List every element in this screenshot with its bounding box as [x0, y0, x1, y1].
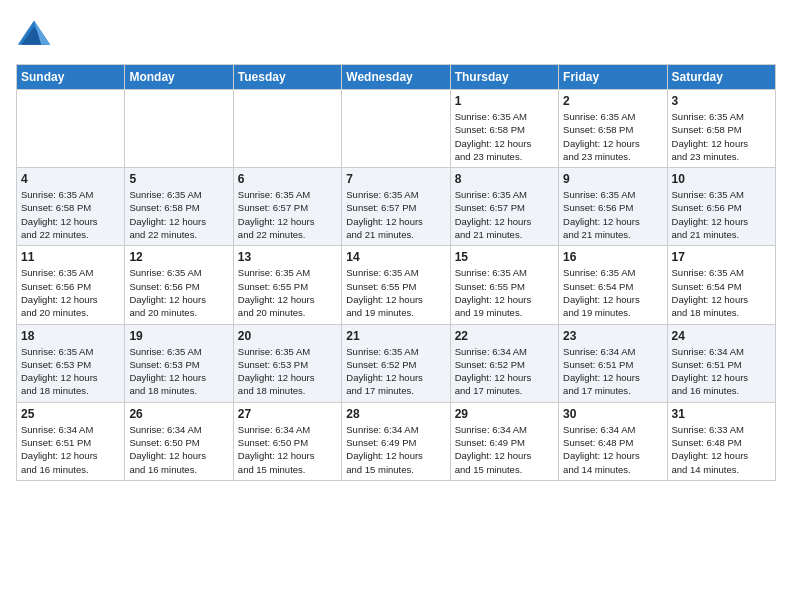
logo — [16, 16, 56, 52]
calendar-cell: 9Sunrise: 6:35 AM Sunset: 6:56 PM Daylig… — [559, 168, 667, 246]
week-row-2: 4Sunrise: 6:35 AM Sunset: 6:58 PM Daylig… — [17, 168, 776, 246]
day-info: Sunrise: 6:34 AM Sunset: 6:48 PM Dayligh… — [563, 423, 662, 476]
day-info: Sunrise: 6:35 AM Sunset: 6:58 PM Dayligh… — [563, 110, 662, 163]
day-number: 17 — [672, 250, 771, 264]
day-info: Sunrise: 6:35 AM Sunset: 6:57 PM Dayligh… — [346, 188, 445, 241]
calendar-cell: 25Sunrise: 6:34 AM Sunset: 6:51 PM Dayli… — [17, 402, 125, 480]
day-number: 3 — [672, 94, 771, 108]
day-number: 6 — [238, 172, 337, 186]
calendar-cell: 16Sunrise: 6:35 AM Sunset: 6:54 PM Dayli… — [559, 246, 667, 324]
day-number: 7 — [346, 172, 445, 186]
day-info: Sunrise: 6:35 AM Sunset: 6:54 PM Dayligh… — [563, 266, 662, 319]
day-info: Sunrise: 6:35 AM Sunset: 6:56 PM Dayligh… — [672, 188, 771, 241]
day-number: 19 — [129, 329, 228, 343]
calendar-cell: 6Sunrise: 6:35 AM Sunset: 6:57 PM Daylig… — [233, 168, 341, 246]
day-number: 1 — [455, 94, 554, 108]
day-header-wednesday: Wednesday — [342, 65, 450, 90]
week-row-1: 1Sunrise: 6:35 AM Sunset: 6:58 PM Daylig… — [17, 90, 776, 168]
calendar-cell: 29Sunrise: 6:34 AM Sunset: 6:49 PM Dayli… — [450, 402, 558, 480]
day-info: Sunrise: 6:35 AM Sunset: 6:53 PM Dayligh… — [129, 345, 228, 398]
day-number: 10 — [672, 172, 771, 186]
day-info: Sunrise: 6:35 AM Sunset: 6:52 PM Dayligh… — [346, 345, 445, 398]
day-number: 5 — [129, 172, 228, 186]
calendar-cell — [17, 90, 125, 168]
day-header-thursday: Thursday — [450, 65, 558, 90]
day-info: Sunrise: 6:34 AM Sunset: 6:50 PM Dayligh… — [238, 423, 337, 476]
day-header-tuesday: Tuesday — [233, 65, 341, 90]
calendar-table: SundayMondayTuesdayWednesdayThursdayFrid… — [16, 64, 776, 481]
day-info: Sunrise: 6:35 AM Sunset: 6:58 PM Dayligh… — [21, 188, 120, 241]
day-number: 22 — [455, 329, 554, 343]
calendar-cell: 13Sunrise: 6:35 AM Sunset: 6:55 PM Dayli… — [233, 246, 341, 324]
day-info: Sunrise: 6:34 AM Sunset: 6:51 PM Dayligh… — [672, 345, 771, 398]
calendar-cell: 19Sunrise: 6:35 AM Sunset: 6:53 PM Dayli… — [125, 324, 233, 402]
calendar-cell: 3Sunrise: 6:35 AM Sunset: 6:58 PM Daylig… — [667, 90, 775, 168]
day-header-monday: Monday — [125, 65, 233, 90]
day-info: Sunrise: 6:35 AM Sunset: 6:58 PM Dayligh… — [455, 110, 554, 163]
day-number: 28 — [346, 407, 445, 421]
day-number: 14 — [346, 250, 445, 264]
calendar-cell — [233, 90, 341, 168]
calendar-cell: 30Sunrise: 6:34 AM Sunset: 6:48 PM Dayli… — [559, 402, 667, 480]
day-number: 13 — [238, 250, 337, 264]
day-number: 30 — [563, 407, 662, 421]
day-info: Sunrise: 6:35 AM Sunset: 6:58 PM Dayligh… — [129, 188, 228, 241]
day-info: Sunrise: 6:35 AM Sunset: 6:56 PM Dayligh… — [563, 188, 662, 241]
day-number: 21 — [346, 329, 445, 343]
day-info: Sunrise: 6:35 AM Sunset: 6:54 PM Dayligh… — [672, 266, 771, 319]
day-info: Sunrise: 6:34 AM Sunset: 6:49 PM Dayligh… — [346, 423, 445, 476]
calendar-cell: 8Sunrise: 6:35 AM Sunset: 6:57 PM Daylig… — [450, 168, 558, 246]
day-number: 11 — [21, 250, 120, 264]
calendar-cell: 24Sunrise: 6:34 AM Sunset: 6:51 PM Dayli… — [667, 324, 775, 402]
day-info: Sunrise: 6:35 AM Sunset: 6:57 PM Dayligh… — [455, 188, 554, 241]
day-info: Sunrise: 6:34 AM Sunset: 6:52 PM Dayligh… — [455, 345, 554, 398]
calendar-cell: 20Sunrise: 6:35 AM Sunset: 6:53 PM Dayli… — [233, 324, 341, 402]
calendar-cell: 4Sunrise: 6:35 AM Sunset: 6:58 PM Daylig… — [17, 168, 125, 246]
day-number: 29 — [455, 407, 554, 421]
calendar-cell: 21Sunrise: 6:35 AM Sunset: 6:52 PM Dayli… — [342, 324, 450, 402]
day-info: Sunrise: 6:35 AM Sunset: 6:57 PM Dayligh… — [238, 188, 337, 241]
day-number: 24 — [672, 329, 771, 343]
calendar-cell — [125, 90, 233, 168]
day-number: 20 — [238, 329, 337, 343]
calendar-cell: 23Sunrise: 6:34 AM Sunset: 6:51 PM Dayli… — [559, 324, 667, 402]
day-info: Sunrise: 6:35 AM Sunset: 6:55 PM Dayligh… — [346, 266, 445, 319]
day-header-friday: Friday — [559, 65, 667, 90]
week-row-4: 18Sunrise: 6:35 AM Sunset: 6:53 PM Dayli… — [17, 324, 776, 402]
calendar-cell: 28Sunrise: 6:34 AM Sunset: 6:49 PM Dayli… — [342, 402, 450, 480]
day-info: Sunrise: 6:35 AM Sunset: 6:55 PM Dayligh… — [238, 266, 337, 319]
calendar-cell: 11Sunrise: 6:35 AM Sunset: 6:56 PM Dayli… — [17, 246, 125, 324]
calendar-cell — [342, 90, 450, 168]
day-info: Sunrise: 6:35 AM Sunset: 6:53 PM Dayligh… — [21, 345, 120, 398]
week-row-3: 11Sunrise: 6:35 AM Sunset: 6:56 PM Dayli… — [17, 246, 776, 324]
calendar-cell: 15Sunrise: 6:35 AM Sunset: 6:55 PM Dayli… — [450, 246, 558, 324]
day-info: Sunrise: 6:34 AM Sunset: 6:49 PM Dayligh… — [455, 423, 554, 476]
day-number: 9 — [563, 172, 662, 186]
calendar-cell: 26Sunrise: 6:34 AM Sunset: 6:50 PM Dayli… — [125, 402, 233, 480]
day-header-sunday: Sunday — [17, 65, 125, 90]
calendar-cell: 12Sunrise: 6:35 AM Sunset: 6:56 PM Dayli… — [125, 246, 233, 324]
day-number: 26 — [129, 407, 228, 421]
header-row: SundayMondayTuesdayWednesdayThursdayFrid… — [17, 65, 776, 90]
week-row-5: 25Sunrise: 6:34 AM Sunset: 6:51 PM Dayli… — [17, 402, 776, 480]
day-number: 4 — [21, 172, 120, 186]
calendar-cell: 2Sunrise: 6:35 AM Sunset: 6:58 PM Daylig… — [559, 90, 667, 168]
day-number: 8 — [455, 172, 554, 186]
day-header-saturday: Saturday — [667, 65, 775, 90]
day-info: Sunrise: 6:34 AM Sunset: 6:50 PM Dayligh… — [129, 423, 228, 476]
calendar-cell: 5Sunrise: 6:35 AM Sunset: 6:58 PM Daylig… — [125, 168, 233, 246]
day-info: Sunrise: 6:34 AM Sunset: 6:51 PM Dayligh… — [21, 423, 120, 476]
day-number: 25 — [21, 407, 120, 421]
day-info: Sunrise: 6:34 AM Sunset: 6:51 PM Dayligh… — [563, 345, 662, 398]
calendar-cell: 17Sunrise: 6:35 AM Sunset: 6:54 PM Dayli… — [667, 246, 775, 324]
calendar-cell: 22Sunrise: 6:34 AM Sunset: 6:52 PM Dayli… — [450, 324, 558, 402]
day-number: 18 — [21, 329, 120, 343]
calendar-cell: 14Sunrise: 6:35 AM Sunset: 6:55 PM Dayli… — [342, 246, 450, 324]
calendar-cell: 7Sunrise: 6:35 AM Sunset: 6:57 PM Daylig… — [342, 168, 450, 246]
page-header — [16, 16, 776, 52]
calendar-cell: 27Sunrise: 6:34 AM Sunset: 6:50 PM Dayli… — [233, 402, 341, 480]
day-info: Sunrise: 6:35 AM Sunset: 6:56 PM Dayligh… — [21, 266, 120, 319]
day-number: 2 — [563, 94, 662, 108]
day-number: 27 — [238, 407, 337, 421]
day-info: Sunrise: 6:33 AM Sunset: 6:48 PM Dayligh… — [672, 423, 771, 476]
